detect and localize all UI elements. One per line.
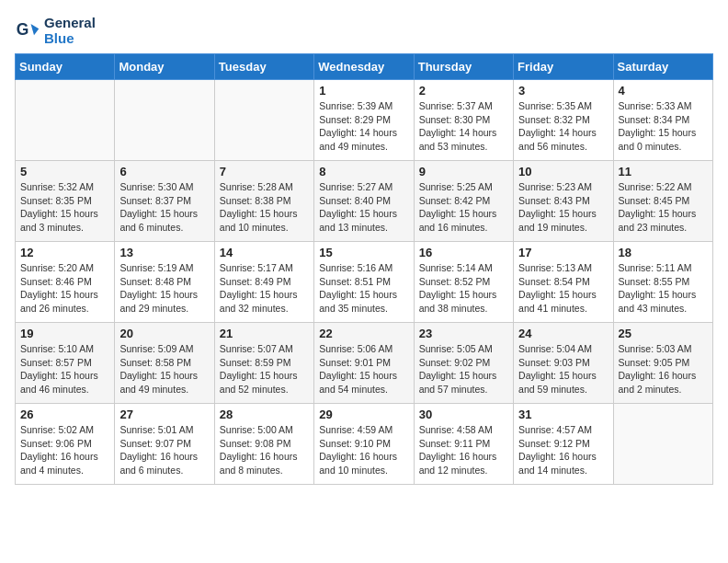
calendar-cell: 10Sunrise: 5:23 AM Sunset: 8:43 PM Dayli… xyxy=(514,161,613,242)
calendar-cell: 18Sunrise: 5:11 AM Sunset: 8:55 PM Dayli… xyxy=(613,242,712,323)
weekday-header-row: SundayMondayTuesdayWednesdayThursdayFrid… xyxy=(16,54,713,80)
weekday-header-thursday: Thursday xyxy=(414,54,513,80)
calendar-cell xyxy=(115,80,214,161)
calendar-cell xyxy=(214,80,313,161)
day-info: Sunrise: 5:10 AM Sunset: 8:57 PM Dayligh… xyxy=(20,342,109,396)
calendar-cell: 12Sunrise: 5:20 AM Sunset: 8:46 PM Dayli… xyxy=(16,242,115,323)
day-info: Sunrise: 5:03 AM Sunset: 9:05 PM Dayligh… xyxy=(619,342,708,396)
day-info: Sunrise: 5:30 AM Sunset: 8:37 PM Dayligh… xyxy=(119,180,209,235)
day-number: 8 xyxy=(319,165,408,178)
calendar-week-row: 5Sunrise: 5:32 AM Sunset: 8:35 PM Daylig… xyxy=(16,161,713,242)
day-number: 30 xyxy=(419,408,508,421)
day-info: Sunrise: 5:35 AM Sunset: 8:32 PM Dayligh… xyxy=(518,99,608,154)
day-number: 21 xyxy=(220,327,309,340)
day-info: Sunrise: 5:07 AM Sunset: 8:59 PM Dayligh… xyxy=(220,342,309,396)
day-info: Sunrise: 5:25 AM Sunset: 8:42 PM Dayligh… xyxy=(419,180,508,235)
day-info: Sunrise: 5:11 AM Sunset: 8:55 PM Dayligh… xyxy=(619,261,708,316)
logo: G General Blue xyxy=(15,15,96,46)
day-info: Sunrise: 5:27 AM Sunset: 8:40 PM Dayligh… xyxy=(319,180,408,235)
calendar-cell: 6Sunrise: 5:30 AM Sunset: 8:37 PM Daylig… xyxy=(115,161,214,242)
day-number: 6 xyxy=(119,165,209,178)
day-number: 28 xyxy=(220,408,309,421)
day-number: 14 xyxy=(220,246,309,259)
calendar-cell: 14Sunrise: 5:17 AM Sunset: 8:49 PM Dayli… xyxy=(214,242,313,323)
day-info: Sunrise: 5:02 AM Sunset: 9:06 PM Dayligh… xyxy=(20,423,109,477)
calendar-cell: 23Sunrise: 5:05 AM Sunset: 9:02 PM Dayli… xyxy=(414,323,513,404)
day-number: 7 xyxy=(220,165,309,178)
calendar-cell: 30Sunrise: 4:58 AM Sunset: 9:11 PM Dayli… xyxy=(414,404,513,485)
calendar-week-row: 26Sunrise: 5:02 AM Sunset: 9:06 PM Dayli… xyxy=(16,404,713,485)
day-number: 9 xyxy=(419,165,508,178)
day-info: Sunrise: 5:20 AM Sunset: 8:46 PM Dayligh… xyxy=(20,261,109,316)
day-number: 17 xyxy=(518,246,608,259)
calendar-cell: 19Sunrise: 5:10 AM Sunset: 8:57 PM Dayli… xyxy=(16,323,115,404)
day-info: Sunrise: 5:16 AM Sunset: 8:51 PM Dayligh… xyxy=(319,261,408,316)
calendar-cell: 8Sunrise: 5:27 AM Sunset: 8:40 PM Daylig… xyxy=(314,161,414,242)
day-info: Sunrise: 5:23 AM Sunset: 8:43 PM Dayligh… xyxy=(518,180,608,235)
day-info: Sunrise: 5:19 AM Sunset: 8:48 PM Dayligh… xyxy=(119,261,209,316)
day-info: Sunrise: 5:32 AM Sunset: 8:35 PM Dayligh… xyxy=(20,180,109,235)
day-number: 25 xyxy=(619,327,708,340)
day-info: Sunrise: 5:01 AM Sunset: 9:07 PM Dayligh… xyxy=(119,423,209,477)
calendar-cell: 28Sunrise: 5:00 AM Sunset: 9:08 PM Dayli… xyxy=(214,404,313,485)
calendar-cell: 17Sunrise: 5:13 AM Sunset: 8:54 PM Dayli… xyxy=(514,242,613,323)
day-number: 16 xyxy=(419,246,508,259)
day-info: Sunrise: 5:22 AM Sunset: 8:45 PM Dayligh… xyxy=(619,180,708,235)
day-number: 10 xyxy=(518,165,608,178)
day-info: Sunrise: 5:37 AM Sunset: 8:30 PM Dayligh… xyxy=(419,99,508,154)
day-number: 23 xyxy=(419,327,508,340)
calendar-cell: 29Sunrise: 4:59 AM Sunset: 9:10 PM Dayli… xyxy=(314,404,414,485)
weekday-header-monday: Monday xyxy=(115,54,214,80)
day-number: 20 xyxy=(119,327,209,340)
day-number: 26 xyxy=(20,408,109,421)
day-info: Sunrise: 5:05 AM Sunset: 9:02 PM Dayligh… xyxy=(419,342,508,396)
weekday-header-tuesday: Tuesday xyxy=(214,54,313,80)
page-header: G General Blue xyxy=(15,15,713,46)
day-info: Sunrise: 5:14 AM Sunset: 8:52 PM Dayligh… xyxy=(419,261,508,316)
day-info: Sunrise: 5:13 AM Sunset: 8:54 PM Dayligh… xyxy=(518,261,608,316)
calendar-cell xyxy=(613,404,712,485)
day-info: Sunrise: 5:06 AM Sunset: 9:01 PM Dayligh… xyxy=(319,342,408,396)
calendar-cell: 2Sunrise: 5:37 AM Sunset: 8:30 PM Daylig… xyxy=(414,80,513,161)
calendar-week-row: 1Sunrise: 5:39 AM Sunset: 8:29 PM Daylig… xyxy=(16,80,713,161)
calendar-cell: 1Sunrise: 5:39 AM Sunset: 8:29 PM Daylig… xyxy=(314,80,414,161)
day-info: Sunrise: 4:59 AM Sunset: 9:10 PM Dayligh… xyxy=(319,423,408,477)
calendar-cell: 26Sunrise: 5:02 AM Sunset: 9:06 PM Dayli… xyxy=(16,404,115,485)
day-number: 2 xyxy=(419,84,508,98)
day-info: Sunrise: 5:33 AM Sunset: 8:34 PM Dayligh… xyxy=(619,99,708,154)
day-info: Sunrise: 4:58 AM Sunset: 9:11 PM Dayligh… xyxy=(419,423,508,477)
day-number: 22 xyxy=(319,327,408,340)
calendar-cell: 31Sunrise: 4:57 AM Sunset: 9:12 PM Dayli… xyxy=(514,404,613,485)
calendar-cell: 15Sunrise: 5:16 AM Sunset: 8:51 PM Dayli… xyxy=(314,242,414,323)
day-number: 31 xyxy=(518,408,608,421)
weekday-header-wednesday: Wednesday xyxy=(314,54,414,80)
calendar-cell: 25Sunrise: 5:03 AM Sunset: 9:05 PM Dayli… xyxy=(613,323,712,404)
calendar-cell: 13Sunrise: 5:19 AM Sunset: 8:48 PM Dayli… xyxy=(115,242,214,323)
day-info: Sunrise: 5:17 AM Sunset: 8:49 PM Dayligh… xyxy=(220,261,309,316)
day-number: 27 xyxy=(119,408,209,421)
day-number: 12 xyxy=(20,246,109,259)
day-info: Sunrise: 5:00 AM Sunset: 9:08 PM Dayligh… xyxy=(220,423,309,477)
day-number: 29 xyxy=(319,408,408,421)
calendar-cell: 7Sunrise: 5:28 AM Sunset: 8:38 PM Daylig… xyxy=(214,161,313,242)
day-number: 5 xyxy=(20,165,109,178)
calendar-cell: 11Sunrise: 5:22 AM Sunset: 8:45 PM Dayli… xyxy=(613,161,712,242)
day-number: 13 xyxy=(119,246,209,259)
logo-text: General Blue xyxy=(44,15,96,46)
weekday-header-friday: Friday xyxy=(514,54,613,80)
calendar-week-row: 12Sunrise: 5:20 AM Sunset: 8:46 PM Dayli… xyxy=(16,242,713,323)
day-info: Sunrise: 5:09 AM Sunset: 8:58 PM Dayligh… xyxy=(119,342,209,396)
day-number: 11 xyxy=(619,165,708,178)
calendar-cell: 22Sunrise: 5:06 AM Sunset: 9:01 PM Dayli… xyxy=(314,323,414,404)
day-number: 3 xyxy=(518,84,608,98)
calendar-cell: 3Sunrise: 5:35 AM Sunset: 8:32 PM Daylig… xyxy=(514,80,613,161)
svg-marker-1 xyxy=(31,24,40,35)
day-info: Sunrise: 5:04 AM Sunset: 9:03 PM Dayligh… xyxy=(518,342,608,396)
day-number: 24 xyxy=(518,327,608,340)
calendar-cell: 5Sunrise: 5:32 AM Sunset: 8:35 PM Daylig… xyxy=(16,161,115,242)
day-number: 4 xyxy=(619,84,708,98)
calendar-cell: 24Sunrise: 5:04 AM Sunset: 9:03 PM Dayli… xyxy=(514,323,613,404)
calendar-table: SundayMondayTuesdayWednesdayThursdayFrid… xyxy=(15,53,713,485)
calendar-cell: 21Sunrise: 5:07 AM Sunset: 8:59 PM Dayli… xyxy=(214,323,313,404)
calendar-cell: 9Sunrise: 5:25 AM Sunset: 8:42 PM Daylig… xyxy=(414,161,513,242)
